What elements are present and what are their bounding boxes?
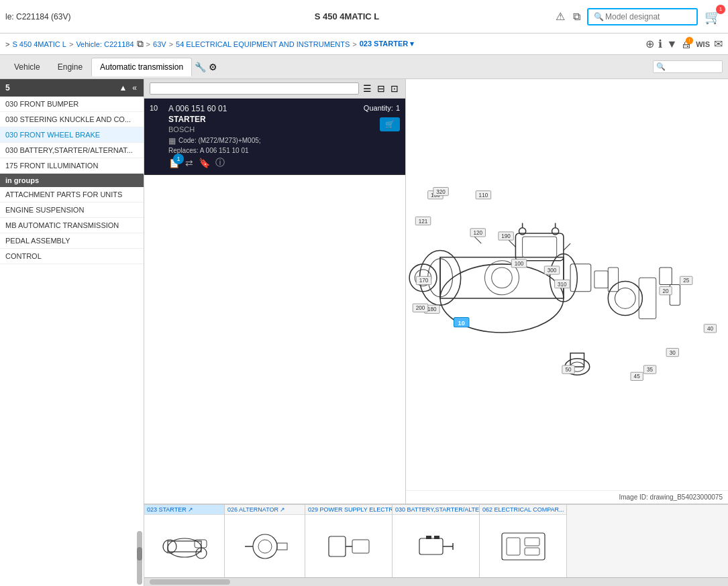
image-id-label: Image ID: drawing_B54023000075 bbox=[619, 493, 723, 501]
parts-search-input[interactable] bbox=[150, 82, 359, 95]
warning-button[interactable]: ⚠ bbox=[554, 9, 566, 24]
svg-rect-91 bbox=[525, 538, 539, 546]
svg-rect-86 bbox=[434, 536, 439, 539]
scroll-bar-wrap bbox=[144, 577, 728, 586]
thumb-img-alternator bbox=[225, 515, 305, 577]
svg-point-77 bbox=[253, 534, 277, 559]
zoom-in-button[interactable]: ⊕ bbox=[645, 38, 654, 50]
tab-search-box: 🔍 bbox=[653, 60, 723, 73]
sidebar-collapse-icon[interactable]: « bbox=[131, 82, 138, 94]
part-name: STARTER bbox=[168, 115, 358, 124]
search-icon[interactable]: 🔍 bbox=[592, 11, 605, 23]
mail-button[interactable]: ✉ bbox=[714, 38, 723, 50]
sidebar: 5 ▲ « 030 FRONT BUMPER 030 STEERING KNUC… bbox=[0, 79, 144, 586]
sidebar-expand-icon[interactable]: ▲ bbox=[117, 82, 128, 94]
sidebar-group-pedal[interactable]: PEDAL ASSEMBLY bbox=[0, 233, 144, 249]
parts-list-header: ☰ ⊟ ⊡ bbox=[144, 79, 405, 99]
cart-btn-icon: 🛒 bbox=[385, 120, 395, 128]
tab-vehicle[interactable]: Vehicle bbox=[5, 58, 49, 76]
table-row: 10 A 006 151 60 01 STARTER BOSCH ▦ Code:… bbox=[144, 99, 405, 175]
svg-text:110: 110 bbox=[479, 192, 488, 198]
filter-button[interactable]: ▼ bbox=[666, 38, 677, 50]
list-view-btn[interactable]: ☰ bbox=[362, 82, 373, 95]
split-view-btn[interactable]: ⊟ bbox=[376, 82, 386, 95]
tab-search-input[interactable] bbox=[666, 63, 719, 71]
breadcrumb-tools: ⊕ ℹ ▼ 🖨 ! WIS ✉ bbox=[645, 38, 723, 50]
svg-point-74 bbox=[163, 540, 176, 553]
add-to-cart-btn[interactable]: 🛒 bbox=[380, 117, 400, 131]
tab-engine[interactable]: Engine bbox=[49, 58, 91, 76]
part-details: A 006 151 60 01 STARTER BOSCH ▦ Code: (M… bbox=[168, 104, 358, 169]
svg-rect-82 bbox=[352, 540, 369, 553]
thumb-item-battery[interactable]: 030 BATTERY,STARTER/ALTERNATOR CABLE ↗ bbox=[393, 505, 480, 577]
copy-button[interactable]: ⧉ bbox=[572, 9, 582, 24]
breadcrumb-copy-icon[interactable]: ⧉ bbox=[137, 38, 144, 50]
svg-text:180: 180 bbox=[427, 306, 437, 312]
quantity-value: 1 bbox=[396, 104, 400, 112]
part-bookmark-btn[interactable]: 🔖 bbox=[199, 158, 210, 168]
thumb-item-alternator[interactable]: 026 ALTERNATOR ↗ bbox=[225, 505, 305, 577]
sidebar-item-front-bumper[interactable]: 030 FRONT BUMPER bbox=[0, 97, 144, 112]
sidebar-group-attachment[interactable]: ATTACHMENT PARTS FOR UNITS bbox=[0, 187, 144, 202]
svg-rect-92 bbox=[525, 548, 539, 555]
scroll-bar[interactable] bbox=[150, 579, 230, 585]
sidebar-title: 5 bbox=[5, 83, 10, 93]
info-button[interactable]: ℹ bbox=[658, 38, 662, 50]
sidebar-group-engine-suspension[interactable]: ENGINE SUSPENSION bbox=[0, 202, 144, 218]
thumb-item-power-supply[interactable]: 029 POWER SUPPLY ELECTRIC DRIVE / HIGH-V… bbox=[305, 505, 393, 577]
part-quantity: Quantity: 1 bbox=[364, 104, 400, 112]
sidebar-item-front-illumination[interactable]: 175 FRONT ILLUMINATION bbox=[0, 158, 144, 174]
sidebar-section-title: in groups bbox=[0, 174, 144, 187]
svg-text:120: 120 bbox=[473, 230, 482, 236]
svg-text:190: 190 bbox=[501, 233, 511, 239]
part-info-btn[interactable]: ⓘ bbox=[215, 157, 225, 169]
svg-rect-84 bbox=[419, 538, 443, 554]
breadcrumb-item-0[interactable]: S 450 4MATIC L bbox=[12, 40, 66, 48]
sidebar-item-battery-starter[interactable]: 030 BATTERY,STARTER/ALTERNAT... bbox=[0, 143, 144, 158]
thumb-link-icon: ↗ bbox=[188, 506, 193, 513]
vehicle-id: le: C221184 (63V) bbox=[5, 12, 140, 21]
thumb-item-starter[interactable]: 023 STARTER ↗ bbox=[144, 505, 225, 577]
sidebar-group-mb-automatic[interactable]: MB AUTOMATIC TRANSMISSION bbox=[0, 218, 144, 233]
breadcrumb-item-2[interactable]: 63V bbox=[153, 40, 166, 48]
sidebar-item-front-wheel-brake[interactable]: 030 FRONT WHEEL BRAKE bbox=[0, 127, 144, 143]
sidebar-header-icons: ▲ « bbox=[117, 82, 138, 94]
part-arrows-btn[interactable]: ⇄ bbox=[185, 158, 193, 168]
thumb-link-icon-2: ↗ bbox=[280, 506, 285, 513]
thumb-label-starter: 023 STARTER ↗ bbox=[144, 505, 224, 515]
full-view-btn[interactable]: ⊡ bbox=[389, 82, 400, 95]
svg-text:320: 320 bbox=[436, 189, 446, 195]
svg-text:20: 20 bbox=[663, 288, 670, 294]
sidebar-scroll: 030 FRONT BUMPER 030 STEERING KNUCKLE AN… bbox=[0, 97, 144, 530]
thumb-link-icon-5: ↗ bbox=[566, 506, 566, 513]
model-search-box: 🔍 bbox=[587, 8, 698, 25]
part-badge: 1 bbox=[173, 154, 184, 164]
sidebar-group-control[interactable]: CONTROL bbox=[0, 249, 144, 264]
svg-rect-73 bbox=[168, 541, 201, 552]
svg-text:45: 45 bbox=[634, 373, 641, 379]
breadcrumb-item-4[interactable]: 023 STARTER ▾ bbox=[360, 40, 415, 48]
svg-text:100: 100 bbox=[515, 261, 524, 267]
breadcrumb-item-1[interactable]: Vehicle: C221184 bbox=[76, 40, 134, 48]
breadcrumb-item-3[interactable]: 54 ELECTRICAL EQUIPMENT AND INSTRUMENTS bbox=[176, 40, 350, 48]
header-icons: ⚠ ⧉ 🔍 🛒 1 bbox=[554, 7, 723, 26]
breadcrumb-sep0: > bbox=[5, 40, 9, 48]
model-search-input[interactable] bbox=[605, 12, 692, 21]
part-replaces: Replaces: A 006 151 10 01 bbox=[168, 147, 358, 154]
sidebar-header: 5 ▲ « bbox=[0, 79, 144, 97]
model-name: S 450 4MATIC L bbox=[140, 11, 554, 21]
tab-icon-2[interactable]: ⚙ bbox=[209, 62, 217, 72]
svg-rect-85 bbox=[426, 536, 431, 539]
print-button[interactable]: 🖨 ! bbox=[681, 38, 692, 50]
tabs-bar: Vehicle Engine Automatic transmission 🔧 … bbox=[0, 55, 728, 79]
sidebar-item-steering-knuckle[interactable]: 030 STEERING KNUCKLE AND CO... bbox=[0, 112, 144, 127]
tab-icon-1[interactable]: 🔧 bbox=[195, 62, 206, 72]
wis-button[interactable]: WIS bbox=[696, 40, 710, 48]
part-position: 10 bbox=[150, 104, 163, 169]
thumb-label-power-supply: 029 POWER SUPPLY ELECTRIC DRIVE / HIGH-V… bbox=[305, 505, 392, 515]
thumb-item-electrical[interactable]: 062 ELECTRICAL COMPAR... ↗ bbox=[480, 505, 567, 577]
svg-text:40: 40 bbox=[707, 326, 714, 332]
parts-list: ☰ ⊟ ⊡ 10 A 006 151 60 01 STARTER BOSCH ▦… bbox=[144, 79, 406, 504]
thumb-label-electrical: 062 ELECTRICAL COMPAR... ↗ bbox=[480, 505, 566, 515]
tab-automatic-transmission[interactable]: Automatic transmission bbox=[91, 58, 192, 76]
